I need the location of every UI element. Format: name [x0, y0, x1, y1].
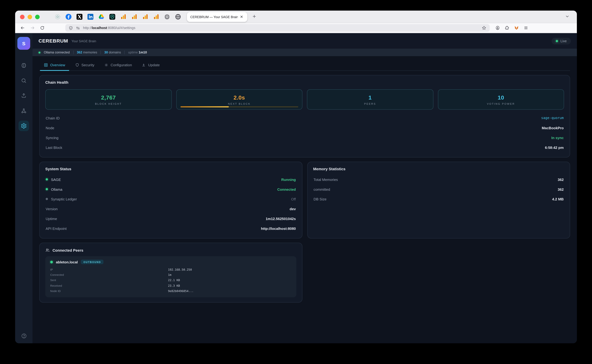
committed-value: 362 [558, 187, 564, 191]
update-download-icon [142, 63, 146, 67]
peer-head: ableton.local OUTBOUND [50, 260, 291, 264]
tab-overview[interactable]: Overview [40, 61, 69, 71]
analytics-icon-4[interactable] [153, 14, 159, 20]
peers-row: Connected Peers ableton.local OUTBOUND [39, 243, 570, 303]
active-browser-tab[interactable]: CEREBRUM — Your SAGE Brain ✕ [187, 12, 247, 22]
voting-power-card: 10 VOTING POWER [438, 89, 564, 110]
committed-label: committed [314, 187, 330, 191]
sage-logo[interactable]: S [17, 37, 30, 50]
peer-name: ableton.local [56, 260, 78, 264]
analytics-icon-3[interactable] [142, 14, 148, 20]
sidebar-item-upload[interactable] [18, 90, 29, 101]
peer-direction-badge: OUTBOUND [81, 260, 104, 264]
bookmark-star-icon[interactable] [482, 26, 486, 30]
version-label: Version [46, 207, 58, 211]
peer-card: ableton.local OUTBOUND IP 192.168.50.250 [45, 256, 296, 297]
peer-sent-label: Sent [50, 279, 168, 282]
memory-statistics-panel: Memory Statistics Total Memories 362 com… [307, 162, 570, 239]
tab-overview-chevron-icon[interactable] [565, 13, 570, 20]
forward-button[interactable] [30, 26, 35, 30]
shield-app-icon[interactable] [109, 14, 115, 20]
uptime-row-label: Uptime [46, 216, 57, 221]
security-shield-icon [75, 63, 79, 67]
linkedin-icon[interactable] [87, 14, 94, 20]
next-block-card: 2.0s NEXT BLOCK [176, 89, 303, 110]
voting-power-value: 10 [498, 94, 504, 100]
url-text[interactable]: http://localhost:8080/ui/#/settings [83, 26, 135, 30]
last-block-label: Last Block [46, 145, 62, 150]
sidebar-item-network[interactable] [18, 105, 29, 116]
google-drive-icon[interactable] [98, 14, 105, 20]
back-button[interactable] [20, 26, 25, 30]
sidebar-item-settings[interactable] [18, 121, 29, 131]
tab-security[interactable]: Security [71, 61, 98, 71]
uptime-value: 1m10 [139, 51, 147, 54]
analytics-icon-2[interactable] [131, 14, 137, 20]
close-window-button[interactable] [20, 14, 25, 19]
account-icon[interactable] [495, 26, 500, 30]
system-status-panel: System Status SAGE Running Ollama Connec… [39, 162, 302, 239]
extensions-puzzle-icon[interactable] [505, 26, 509, 30]
peer-received-value: 23.3 KB [168, 284, 291, 287]
minimize-window-button[interactable] [27, 14, 32, 19]
version-value: dev [289, 207, 296, 211]
page-title: CEREBRUM [39, 38, 68, 44]
system-status-rows: SAGE Running Ollama Connected Synaptic L… [45, 175, 296, 233]
tab-title: CEREBRUM — Your SAGE Brain [190, 15, 238, 19]
url-scheme: http:// [83, 26, 92, 30]
memory-statistics-rows: Total Memories 362 committed 362 DB Size… [313, 175, 564, 204]
status-memory-row: System Status SAGE Running Ollama Connec… [39, 162, 570, 239]
chain-health-panel: Chain Health 2,767 BLOCK HEIGHT 2.0s NEX… [39, 75, 570, 157]
connected-peers-header: Connected Peers [45, 248, 296, 253]
cerebrum-app: S [15, 33, 577, 343]
block-height-card: 2,767 BLOCK HEIGHT [45, 89, 172, 110]
reload-button[interactable] [40, 26, 45, 30]
url-bar[interactable]: http://localhost:8080/ui/#/settings [65, 24, 490, 32]
connected-peers-title: Connected Peers [53, 248, 83, 252]
mesh-logo-icon[interactable] [54, 14, 61, 20]
ollama-label: Ollama [46, 187, 62, 191]
node-value: MacBookPro [542, 126, 564, 130]
sidebar-item-brain[interactable] [18, 60, 29, 71]
uptime-row-value: 1m12.562501042s [266, 216, 296, 221]
peer-node-id-row: Node ID 9e82b0496854... [50, 288, 291, 294]
settings-tabs: Overview Security Configuration Upd [39, 61, 570, 71]
uptime-label: uptime [128, 51, 138, 54]
next-block-label: NEXT BLOCK [228, 102, 251, 105]
chain-health-title: Chain Health [45, 80, 564, 84]
x-twitter-icon[interactable] [76, 14, 83, 20]
permissions-sliders-icon[interactable] [76, 26, 80, 30]
shield-check-icon[interactable] [69, 26, 73, 30]
peer-detail-rows: IP 192.168.50.250 Connected 1m Sent [50, 267, 291, 294]
block-height-value: 2,767 [101, 94, 116, 100]
sidebar-item-search[interactable] [18, 75, 29, 86]
tab-update-label: Update [148, 63, 160, 67]
zoom-window-button[interactable] [35, 14, 40, 19]
analytics-icon-1[interactable] [120, 14, 127, 20]
peer-ip-label: IP [50, 268, 168, 271]
peers-label: PEERS [364, 102, 376, 105]
db-size-row: DB Size 4.2 MB [313, 194, 564, 204]
tab-update[interactable]: Update [138, 61, 164, 71]
api-endpoint-row: API Endpoint http://localhost:8080 [45, 223, 296, 233]
next-block-progress [180, 106, 298, 107]
node-row: Node MacBookPro [45, 123, 564, 133]
chain-id-row: Chain ID sage-quorum [45, 113, 564, 123]
help-icon[interactable] [21, 333, 27, 339]
search-console-icon[interactable] [164, 14, 170, 20]
status-separator [101, 51, 101, 54]
url-path: :8080/ui/#/settings [107, 26, 135, 30]
peer-node-id-label: Node ID [50, 289, 168, 293]
new-tab-button[interactable] [252, 13, 257, 20]
tab-configuration[interactable]: Configuration [100, 61, 136, 71]
globe-icon[interactable] [175, 14, 181, 20]
facebook-icon[interactable] [65, 14, 72, 20]
page-subtitle: Your SAGE Brain [72, 39, 96, 43]
menu-hamburger-icon[interactable] [524, 26, 528, 30]
status-separator [124, 51, 125, 54]
pinned-tabs [54, 14, 181, 20]
peer-received-row: Received 23.3 KB [50, 283, 291, 288]
empty-cell [307, 243, 570, 303]
metamask-icon[interactable] [514, 26, 519, 30]
tab-close-icon[interactable]: ✕ [238, 14, 244, 20]
